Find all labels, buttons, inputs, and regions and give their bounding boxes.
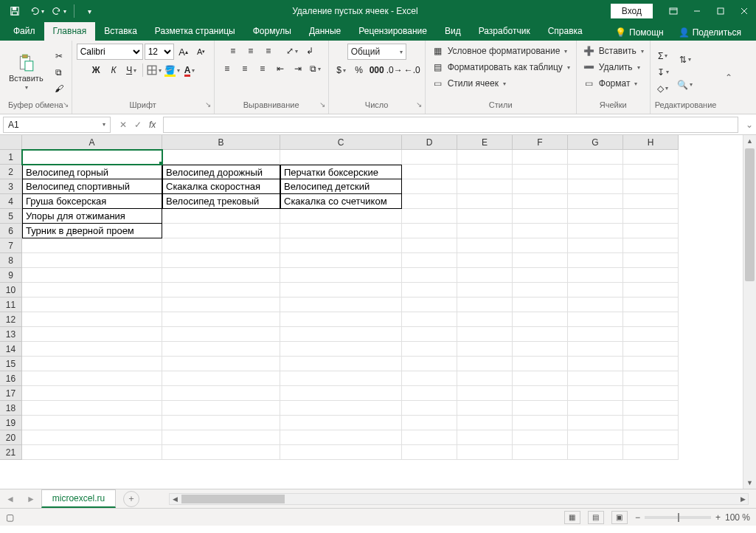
- row-header[interactable]: 18: [0, 401, 22, 416]
- cell[interactable]: [457, 430, 513, 445]
- cell[interactable]: [457, 268, 513, 283]
- cell[interactable]: [457, 357, 513, 371]
- cell[interactable]: [22, 268, 162, 283]
- cell[interactable]: [513, 179, 568, 194]
- cell[interactable]: Велосипед горный: [22, 165, 162, 179]
- cell[interactable]: Груша боксерская: [22, 194, 162, 209]
- cell[interactable]: [162, 268, 280, 283]
- cell[interactable]: [162, 253, 280, 268]
- cell[interactable]: [513, 401, 568, 416]
- cell[interactable]: [162, 371, 280, 386]
- horizontal-scrollbar[interactable]: ◀ ▶: [169, 493, 749, 505]
- cell[interactable]: [280, 312, 402, 327]
- cell[interactable]: Турник в дверной проем: [22, 224, 162, 238]
- cell[interactable]: [22, 283, 162, 298]
- cell[interactable]: [402, 268, 457, 283]
- tab-вид[interactable]: Вид: [436, 22, 470, 41]
- clear-icon[interactable]: ◇▾: [655, 81, 671, 96]
- cell[interactable]: [568, 253, 623, 268]
- cell[interactable]: [623, 224, 679, 238]
- cell[interactable]: [162, 283, 280, 298]
- wrap-text-icon[interactable]: ↲: [302, 44, 318, 58]
- cell[interactable]: [513, 253, 568, 268]
- cell[interactable]: [568, 401, 623, 416]
- cell[interactable]: [623, 150, 679, 165]
- column-header[interactable]: E: [457, 135, 513, 150]
- cell[interactable]: [22, 253, 162, 268]
- align-middle-icon[interactable]: ≡: [243, 44, 259, 58]
- cell[interactable]: [280, 445, 402, 460]
- cell[interactable]: [162, 298, 280, 312]
- font-color-icon[interactable]: A▾: [181, 63, 198, 78]
- sheet-tab[interactable]: microexcel.ru: [41, 489, 116, 508]
- undo-icon[interactable]: ▾: [27, 1, 47, 21]
- autosum-icon[interactable]: Σ▾: [655, 49, 671, 63]
- row-header[interactable]: 3: [0, 179, 22, 194]
- cell[interactable]: [513, 312, 568, 327]
- cell[interactable]: [457, 298, 513, 312]
- cell[interactable]: [402, 342, 457, 357]
- zoom-control[interactable]: − + 100 %: [635, 512, 750, 523]
- cell[interactable]: [568, 445, 623, 460]
- name-box[interactable]: A1▾: [3, 117, 111, 133]
- normal-view-icon[interactable]: ▦: [564, 511, 580, 524]
- insert-cells-button[interactable]: ➕Вставить▾: [581, 44, 645, 58]
- cell[interactable]: [623, 401, 679, 416]
- column-header[interactable]: A: [22, 135, 162, 150]
- dialog-launcher-icon[interactable]: ↘: [416, 100, 422, 109]
- cell[interactable]: [280, 386, 402, 401]
- cell[interactable]: [402, 312, 457, 327]
- cell[interactable]: [402, 371, 457, 386]
- cell[interactable]: [457, 283, 513, 298]
- redo-icon[interactable]: ▾: [49, 1, 69, 21]
- row-header[interactable]: 17: [0, 386, 22, 401]
- row-header[interactable]: 20: [0, 430, 22, 445]
- cell[interactable]: [402, 150, 457, 165]
- tab-формулы[interactable]: Формулы: [244, 22, 300, 41]
- cell[interactable]: [162, 430, 280, 445]
- cell[interactable]: [457, 179, 513, 194]
- scroll-left-icon[interactable]: ◀: [170, 494, 180, 504]
- cell[interactable]: [568, 179, 623, 194]
- tab-главная[interactable]: Главная: [44, 22, 96, 41]
- cell[interactable]: [402, 165, 457, 179]
- scroll-down-icon[interactable]: ▼: [743, 477, 756, 489]
- cell[interactable]: [402, 357, 457, 371]
- vertical-scrollbar[interactable]: ▲ ▼: [743, 135, 756, 489]
- cell[interactable]: [280, 430, 402, 445]
- cell[interactable]: [513, 342, 568, 357]
- decrease-decimal-icon[interactable]: ←.0: [404, 63, 420, 78]
- cell[interactable]: [513, 224, 568, 238]
- cell[interactable]: [568, 342, 623, 357]
- cell[interactable]: [280, 253, 402, 268]
- cell[interactable]: [162, 342, 280, 357]
- cell[interactable]: [457, 224, 513, 238]
- cell[interactable]: [568, 150, 623, 165]
- cell[interactable]: [513, 283, 568, 298]
- cell[interactable]: [568, 209, 623, 224]
- minimize-icon[interactable]: [687, 1, 707, 21]
- dialog-launcher-icon[interactable]: ↘: [205, 100, 211, 109]
- cell[interactable]: [513, 357, 568, 371]
- cell[interactable]: [457, 253, 513, 268]
- column-header[interactable]: D: [402, 135, 457, 150]
- cell[interactable]: Велосипед детский: [280, 179, 402, 194]
- tab-вставка[interactable]: Вставка: [95, 22, 146, 41]
- font-size-select[interactable]: 12: [145, 44, 174, 60]
- cell[interactable]: [280, 327, 402, 342]
- align-left-icon[interactable]: ≡: [219, 61, 235, 76]
- scroll-right-icon[interactable]: ▶: [738, 494, 748, 504]
- cell[interactable]: [280, 401, 402, 416]
- cell[interactable]: [568, 430, 623, 445]
- collapse-ribbon-icon[interactable]: ⌃: [721, 41, 737, 114]
- cell[interactable]: [22, 371, 162, 386]
- column-header[interactable]: G: [568, 135, 623, 150]
- column-header[interactable]: H: [623, 135, 679, 150]
- column-header[interactable]: C: [280, 135, 402, 150]
- cell[interactable]: [162, 312, 280, 327]
- align-center-icon[interactable]: ≡: [237, 61, 253, 76]
- sort-filter-icon[interactable]: ⇅▾: [677, 48, 693, 72]
- cell[interactable]: [402, 179, 457, 194]
- currency-icon[interactable]: $▾: [333, 63, 350, 78]
- cell[interactable]: [513, 445, 568, 460]
